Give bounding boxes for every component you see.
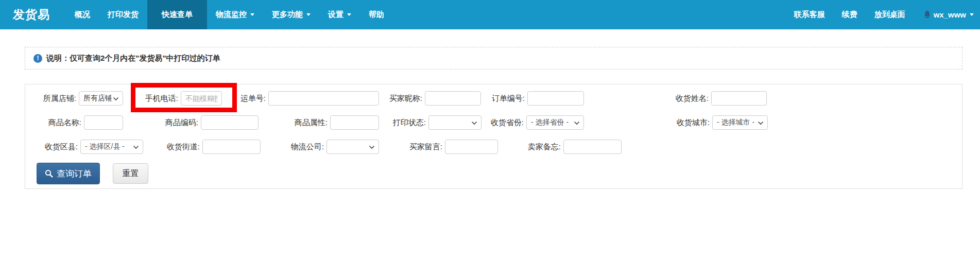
field-product-attr: 商品属性: [330,115,379,130]
field-receiver-name-label: 收货姓名: [676,91,709,106]
city-select[interactable]: - 选择城市 - [712,115,768,130]
search-form-panel: 所属店铺: 所有店铺 手机电话: 运单号: 买家昵称: 订单编号: 收货姓名: [25,84,962,189]
bell-icon [922,10,932,20]
search-orders-button[interactable]: 查询订单 [37,163,100,184]
product-code-input[interactable] [201,115,259,130]
shop-select[interactable]: 所有店铺 [79,91,123,106]
notice-banner: ! 说明：仅可查询2个月内在"发货易"中打印过的订单 [25,47,962,70]
street-input[interactable] [202,140,261,154]
receiver-name-input[interactable] [711,91,767,106]
main-menu: 概况 打印发货 快速查单 物流监控 更多功能 设置 帮助 [66,0,393,29]
field-seller-memo: 卖家备忘: [563,140,622,154]
field-receiver-name: 收货姓名: [711,91,767,106]
nav-item-overview[interactable]: 概况 [66,0,99,29]
field-street: 收货街道: [202,140,261,154]
add-to-desktop-link[interactable]: 放到桌面 [874,10,905,20]
renew-link[interactable]: 续费 [842,10,857,20]
buyer-nick-input[interactable] [425,91,481,106]
field-province-label: 收货省份: [491,115,524,130]
nav-item-settings[interactable]: 设置 [319,0,360,29]
chevron-down-icon [471,121,477,125]
field-print-status: 打印状态: [428,115,482,130]
buyer-message-input[interactable] [445,140,498,154]
field-phone-label: 手机电话: [145,91,178,106]
navbar-right: 联系客服 续费 放到桌面 wx_www [794,0,980,29]
field-order-no: 订单编号: [527,91,584,106]
chevron-down-icon [369,145,375,149]
logistics-select[interactable] [326,140,379,154]
chevron-down-icon [306,13,311,16]
field-city-label: 收货城市: [677,115,710,130]
nav-item-logistics-monitor[interactable]: 物流监控 [207,0,263,29]
chevron-down-icon [113,97,119,101]
field-buyer-message-label: 买家留言: [409,140,442,154]
chevron-down-icon [347,13,351,16]
chevron-down-icon [574,121,580,125]
page: 发货易 概况 打印发货 快速查单 物流监控 更多功能 设置 [0,0,980,276]
product-attr-input[interactable] [330,115,379,130]
field-product-name: 商品名称: [84,115,123,130]
user-menu[interactable]: wx_www [922,10,974,20]
field-logistics: 物流公司: [326,140,379,154]
chevron-down-icon [758,121,764,125]
field-product-name-label: 商品名称: [48,115,81,130]
search-icon [45,169,53,178]
nav-item-more-functions[interactable]: 更多功能 [263,0,319,29]
field-province: 收货省份: - 选择省份 - [526,115,584,130]
province-select[interactable]: - 选择省份 - [526,115,584,130]
contact-support-link[interactable]: 联系客服 [794,10,825,20]
field-district: 收货区县: - 选择区/县 - [80,140,143,154]
field-street-label: 收货街道: [167,140,200,154]
field-buyer-nick: 买家昵称: [425,91,481,106]
brand-logo[interactable]: 发货易 [0,0,50,29]
order-no-input[interactable] [527,91,584,106]
reset-button[interactable]: 重置 [113,163,148,184]
field-district-label: 收货区县: [45,140,78,154]
field-product-code-label: 商品编码: [165,115,198,130]
chevron-down-icon [133,145,139,149]
field-city: 收货城市: - 选择城市 - [712,115,768,130]
field-phone: 手机电话: [181,91,222,106]
phone-input[interactable] [181,91,222,106]
field-waybill-no: 运单号: [268,91,379,106]
nav-item-help[interactable]: 帮助 [360,0,393,29]
field-order-no-label: 订单编号: [492,91,525,106]
chevron-down-icon [250,13,254,16]
username-label: wx_www [934,10,966,19]
product-name-input[interactable] [84,115,123,130]
field-waybill-no-label: 运单号: [240,91,266,106]
nav-item-quick-query[interactable]: 快速查单 [147,0,207,29]
chevron-down-icon [970,13,974,16]
field-buyer-message: 买家留言: [445,140,498,154]
district-select[interactable]: - 选择区/县 - [80,140,143,154]
seller-memo-input[interactable] [563,140,622,154]
notice-text: 说明：仅可查询2个月内在"发货易"中打印过的订单 [46,54,220,63]
field-seller-memo-label: 卖家备忘: [528,140,561,154]
waybill-no-input[interactable] [268,91,379,106]
field-print-status-label: 打印状态: [393,115,426,130]
field-logistics-label: 物流公司: [291,140,324,154]
field-shop-label: 所属店铺: [43,91,76,106]
field-product-attr-label: 商品属性: [295,115,328,130]
top-navbar: 发货易 概况 打印发货 快速查单 物流监控 更多功能 设置 [0,0,980,29]
info-icon: ! [33,54,42,63]
field-buyer-nick-label: 买家昵称: [389,91,422,106]
field-product-code: 商品编码: [201,115,259,130]
nav-item-print-ship[interactable]: 打印发货 [99,0,147,29]
print-status-select[interactable] [428,115,482,130]
field-shop: 所属店铺: 所有店铺 [79,91,123,106]
